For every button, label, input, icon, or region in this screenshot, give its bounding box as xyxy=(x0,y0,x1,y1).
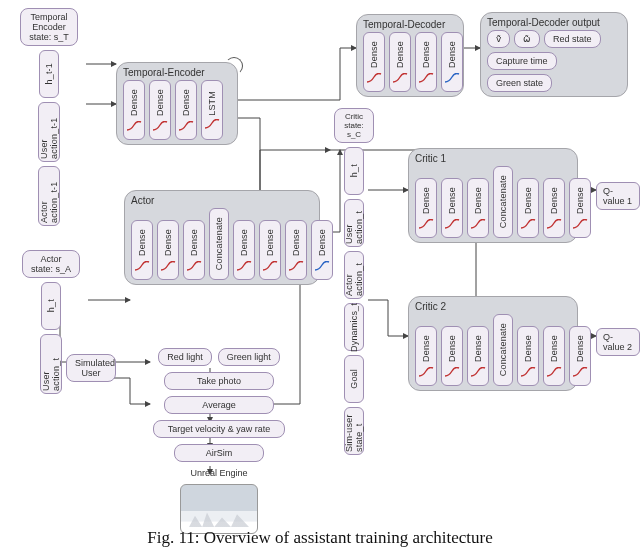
take-photo: Take photo xyxy=(164,372,274,390)
tdo-green: Green state xyxy=(487,74,552,92)
dense-layer: Dense xyxy=(543,178,565,238)
q-value-2: Q-value 2 xyxy=(596,328,640,356)
temporal-decoder-output-title: Temporal-Decoder output xyxy=(487,17,621,28)
activation-icon xyxy=(444,367,460,377)
temporal-decoder-panel: Temporal-Decoder DenseDenseDenseDense xyxy=(356,14,464,97)
activation-icon xyxy=(572,367,588,377)
dense-layer: Dense xyxy=(363,32,385,92)
actor-concat: Concatenate xyxy=(209,208,229,280)
figure-caption: Fig. 11: Overview of assistant training … xyxy=(0,528,640,548)
dense-layer: Dense xyxy=(517,326,539,386)
dense-layer: Dense xyxy=(415,326,437,386)
dense-layer: Dense xyxy=(415,32,437,92)
unreal-engine-label: Unreal Engine xyxy=(190,468,247,478)
average: Average xyxy=(164,396,274,414)
state-h-prev: h_t-1 xyxy=(39,50,59,98)
sim-screenshot-icon xyxy=(180,484,258,534)
activation-icon xyxy=(152,121,168,131)
activation-icon xyxy=(520,367,536,377)
temporal-encoder-state-label: Temporal Encoder state: s_T xyxy=(20,8,78,46)
activation-icon xyxy=(470,367,486,377)
critic-state-user: User action_t xyxy=(344,199,364,247)
activation-icon xyxy=(546,219,562,229)
activation-icon xyxy=(186,261,202,271)
critic-state-actor: Actor action_t xyxy=(344,251,364,299)
critic-state-goal: Goal xyxy=(344,355,364,403)
activation-icon xyxy=(520,219,536,229)
q-value-1: Q-value 1 xyxy=(596,182,640,210)
critic-state-simuser: Sim-user state_t xyxy=(344,407,364,455)
critic2-title: Critic 2 xyxy=(415,301,571,312)
actor-title: Actor xyxy=(131,195,313,206)
dense-layer: Dense xyxy=(259,220,281,280)
activation-icon xyxy=(288,261,304,271)
activation-icon xyxy=(572,219,588,229)
activation-icon xyxy=(262,261,278,271)
critic-state-h: h_t xyxy=(344,147,364,195)
activation-icon xyxy=(134,261,150,271)
actor-state-h: h_t xyxy=(41,282,61,330)
activation-icon xyxy=(444,73,460,83)
activation-icon xyxy=(126,121,142,131)
dense-layer: Dense xyxy=(149,80,171,140)
dense-layer: Dense xyxy=(157,220,179,280)
dense-layer: Dense xyxy=(415,178,437,238)
critic-state-label: Critic state: s_C xyxy=(334,108,374,143)
temporal-encoder-state: Temporal Encoder state: s_T h_t-1 User a… xyxy=(10,8,88,226)
actor-state-user-action: User action_t xyxy=(40,334,62,394)
dense-layer: Dense xyxy=(389,32,411,92)
dense-layer: Dense xyxy=(285,220,307,280)
tdo-red: Red state xyxy=(544,30,601,48)
dense-layer: Dense xyxy=(183,220,205,280)
dense-layer: Dense xyxy=(467,326,489,386)
dense-layer: Dense xyxy=(569,326,591,386)
temporal-encoder-panel: Temporal-Encoder DenseDenseDenseLSTM xyxy=(116,62,238,145)
dense-layer: Dense xyxy=(131,220,153,280)
tdo-v: ṽ xyxy=(487,30,510,48)
dense-layer: Dense xyxy=(233,220,255,280)
lstm-layer: LSTM xyxy=(201,80,223,140)
tdo-omega: ω̃ xyxy=(514,30,540,48)
dense-layer: Dense xyxy=(467,178,489,238)
dense-layer: Dense xyxy=(175,80,197,140)
sim-pipeline: Red light Green light Take photo Average… xyxy=(150,348,288,534)
temporal-decoder-output-panel: Temporal-Decoder output ṽ ω̃ Red state C… xyxy=(480,12,628,97)
airsim: AirSim xyxy=(174,444,264,462)
target-vel: Target velocity & yaw rate xyxy=(153,420,285,438)
temporal-decoder-title: Temporal-Decoder xyxy=(363,19,457,30)
dense-layer: Dense xyxy=(441,178,463,238)
activation-icon xyxy=(418,219,434,229)
activation-icon xyxy=(418,367,434,377)
critic-state: Critic state: s_C h_t User action_t Acto… xyxy=(334,108,374,455)
critic2-panel: Critic 2 DenseDenseDense Concatenate Den… xyxy=(408,296,578,391)
activation-icon xyxy=(366,73,382,83)
critic1-panel: Critic 1 DenseDenseDense Concatenate Den… xyxy=(408,148,578,243)
activation-icon xyxy=(546,367,562,377)
dense-layer: Dense xyxy=(311,220,333,280)
activation-icon xyxy=(204,119,220,129)
simulated-user: Simulated User xyxy=(66,354,116,382)
activation-icon xyxy=(236,261,252,271)
dense-layer: Dense xyxy=(517,178,539,238)
activation-icon xyxy=(444,219,460,229)
actor-state-label: Actor state: s_A xyxy=(22,250,80,278)
critic-state-dyn: Dynamics_t xyxy=(344,303,364,351)
green-light-indicator: Green light xyxy=(218,348,280,366)
activation-icon xyxy=(160,261,176,271)
critic1-concat: Concatenate xyxy=(493,166,513,238)
state-actor-action-prev: Actor action_t-1 xyxy=(38,166,60,226)
critic1-title: Critic 1 xyxy=(415,153,571,164)
temporal-encoder-title: Temporal-Encoder xyxy=(123,67,231,78)
tdo-capture: Capture time xyxy=(487,52,557,70)
dense-layer: Dense xyxy=(543,326,565,386)
red-light-indicator: Red light xyxy=(158,348,212,366)
activation-icon xyxy=(470,219,486,229)
activation-icon xyxy=(178,121,194,131)
lstm-loop-icon xyxy=(225,57,243,75)
dense-layer: Dense xyxy=(441,326,463,386)
dense-layer: Dense xyxy=(123,80,145,140)
dense-layer: Dense xyxy=(569,178,591,238)
activation-icon xyxy=(418,73,434,83)
critic2-concat: Concatenate xyxy=(493,314,513,386)
actor-panel: Actor DenseDenseDense Concatenate DenseD… xyxy=(124,190,320,285)
